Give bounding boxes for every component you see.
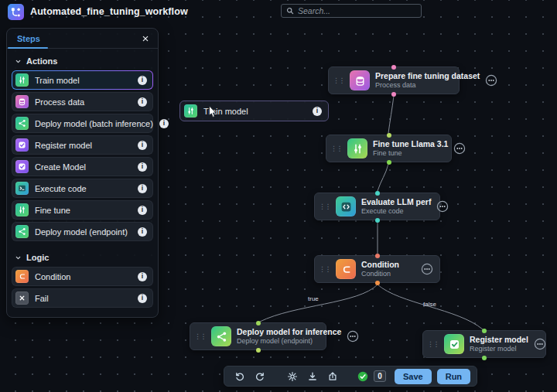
item-label: Train model [35, 76, 80, 85]
input-handle[interactable] [387, 133, 391, 138]
output-handle[interactable] [375, 218, 380, 223]
drag-handle-icon[interactable]: ⋮⋮ [330, 145, 342, 152]
node-subtitle: Deploy model (endpoint) [237, 337, 341, 346]
drag-ghost-train-model[interactable]: Train model i [179, 101, 329, 121]
steps-item-deploy-model-endpoint[interactable]: Deploy model (endpoint)i [12, 222, 153, 241]
ellipsis-menu-button[interactable] [534, 338, 546, 350]
redo-icon [255, 371, 265, 382]
item-label: Fine tune [35, 206, 70, 215]
steps-item-condition[interactable]: Conditioni [12, 267, 153, 286]
ellipsis-menu-button[interactable] [421, 263, 433, 275]
save-button[interactable]: Save [395, 369, 432, 384]
node-condition[interactable]: ⋮⋮ConditionCondition [314, 255, 440, 283]
input-handle[interactable] [375, 191, 380, 196]
close-icon[interactable] [140, 33, 151, 44]
node-fine-tune-llama[interactable]: ⋮⋮Fine tune Llama 3.1Fine tune [326, 135, 452, 162]
item-label: Process data [35, 97, 84, 107]
sliders-icon [347, 138, 367, 159]
node-title: Prepare fine tuning dataset [375, 71, 480, 82]
search-input[interactable] [298, 6, 416, 15]
undo-button[interactable] [231, 368, 248, 384]
steps-item-deploy-model-batch-inference[interactable]: Deploy model (batch inference)i [12, 114, 153, 133]
info-icon[interactable]: i [138, 162, 147, 172]
terminal-icon [15, 182, 29, 195]
node-title: Evaluate LLM perf [361, 197, 431, 208]
drag-handle-icon[interactable]: ⋮⋮ [427, 341, 439, 348]
item-label: Deploy model (batch inference) [35, 119, 153, 128]
info-icon[interactable]: i [313, 107, 322, 116]
branch-icon [336, 259, 356, 279]
node-prepare-dataset[interactable]: ⋮⋮Prepare fine tuning datasetProcess dat… [328, 66, 460, 94]
input-handle[interactable] [375, 254, 380, 258]
item-label: Deploy model (endpoint) [35, 227, 128, 237]
info-icon[interactable]: i [138, 294, 147, 303]
ellipsis-menu-button[interactable] [347, 330, 359, 343]
node-title: Deploy model for inference [237, 327, 341, 338]
workflow-editor: Automated_fine_tuning_workflow Steps Act… [0, 0, 557, 392]
node-title: Fine tune Llama 3.1 [373, 139, 448, 150]
steps-item-execute-code[interactable]: Execute codei [12, 179, 153, 198]
drag-handle-icon[interactable]: ⋮⋮ [319, 266, 330, 273]
steps-panel-header: Steps [7, 29, 158, 49]
info-icon[interactable]: i [138, 76, 147, 85]
drag-handle-icon[interactable]: ⋮⋮ [319, 203, 330, 210]
node-title: Register model [470, 335, 528, 346]
section-logic[interactable]: Logic [15, 253, 150, 262]
output-handle[interactable] [387, 160, 391, 165]
redo-button[interactable] [251, 368, 268, 384]
edge-finetune-to-evaluate [378, 164, 388, 191]
node-register-model[interactable]: ⋮⋮Register modelRegister model [422, 330, 546, 358]
settings-button[interactable] [283, 368, 301, 384]
database-icon [350, 70, 370, 90]
ellipsis-menu-button[interactable] [485, 74, 497, 87]
drag-handle-icon[interactable]: ⋮⋮ [194, 333, 206, 340]
steps-item-register-model[interactable]: Register modeli [12, 135, 153, 155]
info-icon[interactable]: i [138, 184, 147, 193]
steps-item-fine-tune[interactable]: Fine tunei [12, 200, 153, 220]
output-handle[interactable] [391, 92, 396, 97]
section-label: Logic [26, 253, 49, 262]
ellipsis-menu-button[interactable] [436, 200, 449, 213]
item-label: Register model [35, 141, 92, 150]
output-handle[interactable] [256, 348, 261, 353]
sliders-icon [184, 104, 197, 118]
info-icon[interactable]: i [138, 141, 147, 150]
check-square-icon [15, 160, 29, 173]
tab-steps[interactable]: Steps [7, 34, 40, 43]
download-button[interactable] [303, 368, 321, 384]
steps-item-train-model[interactable]: Train modeli [12, 70, 153, 90]
sliders-icon [15, 73, 29, 87]
info-icon[interactable]: i [138, 97, 147, 107]
info-icon[interactable]: i [138, 272, 147, 281]
node-title: Condition [361, 260, 399, 271]
export-button[interactable] [323, 368, 341, 384]
check-circle-icon [357, 371, 368, 382]
output-handle[interactable] [375, 281, 380, 285]
database-icon [15, 95, 29, 108]
output-handle[interactable] [482, 356, 487, 360]
input-handle[interactable] [256, 321, 261, 326]
steps-item-process-data[interactable]: Process datai [12, 92, 153, 111]
info-icon[interactable]: i [138, 206, 147, 215]
info-icon[interactable]: i [138, 227, 147, 237]
bottom-toolbar: 0 Save Run [224, 366, 477, 387]
run-button[interactable]: Run [437, 369, 470, 384]
input-handle[interactable] [482, 329, 487, 333]
download-icon [307, 371, 318, 382]
steps-item-create-model[interactable]: Create Modeli [12, 157, 153, 176]
validation-count-badge[interactable]: 0 [374, 370, 386, 382]
node-evaluate-llm[interactable]: ⋮⋮Evaluate LLM perfExecute code [314, 193, 440, 220]
section-actions[interactable]: Actions [15, 56, 150, 66]
steps-item-fail[interactable]: Faili [12, 288, 153, 308]
node-deploy-inference[interactable]: ⋮⋮Deploy model for inferenceDeploy model… [190, 322, 326, 350]
mouse-cursor [208, 105, 218, 120]
x-icon [15, 291, 29, 305]
info-icon[interactable]: i [159, 119, 169, 128]
input-handle[interactable] [391, 65, 396, 70]
ellipsis-menu-button[interactable] [453, 142, 466, 155]
section-label: Actions [26, 56, 57, 66]
node-subtitle: Process data [375, 81, 480, 90]
drag-handle-icon[interactable]: ⋮⋮ [333, 77, 344, 84]
node-subtitle: Condition [361, 270, 399, 278]
title-bar: Automated_fine_tuning_workflow [0, 0, 188, 23]
